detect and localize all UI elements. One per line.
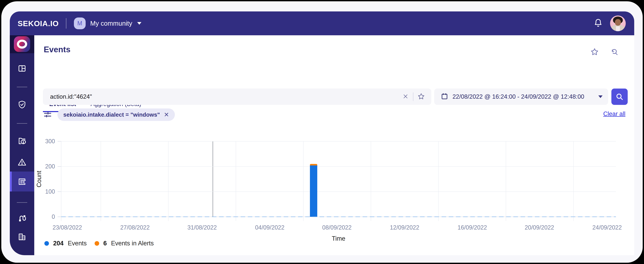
legend-dot-events [44, 241, 49, 246]
legend-value-alerts: 6 [104, 240, 107, 247]
brand-logo: SEKOIA.IO [18, 19, 59, 28]
search-button[interactable] [612, 89, 628, 105]
sidebar-divider [17, 123, 27, 124]
chevron-down-icon[interactable] [137, 22, 142, 25]
svg-text:31/08/2022: 31/08/2022 [188, 224, 217, 231]
folder-alert-icon[interactable] [18, 137, 26, 145]
filter-chip[interactable]: sekoiaio.intake.dialect = "windows" ✕ [58, 108, 175, 121]
search-input[interactable] [43, 93, 402, 100]
sidebar [10, 35, 34, 255]
search-history-icon[interactable] [610, 48, 618, 56]
screen: SEKOIA.IO M My community [0, 0, 644, 264]
page-title: Events [44, 45, 70, 54]
star-icon[interactable] [590, 48, 599, 56]
svg-text:08/09/2022: 08/09/2022 [322, 224, 352, 231]
svg-text:200: 200 [45, 163, 55, 170]
svg-text:04/09/2022: 04/09/2022 [255, 224, 284, 231]
sidebar-logo-section [10, 35, 34, 53]
legend-label-events: Events [68, 240, 86, 247]
topbar-divider [66, 18, 66, 29]
svg-text:Time: Time [332, 235, 345, 242]
community-switcher[interactable]: My community [90, 20, 132, 27]
svg-text:Count: Count [36, 171, 42, 187]
tune-icon[interactable] [44, 110, 52, 119]
app-window: SEKOIA.IO M My community [1, 1, 643, 263]
svg-text:16/09/2022: 16/09/2022 [458, 224, 487, 231]
close-icon[interactable]: ✕ [164, 111, 169, 118]
svg-text:27/08/2022: 27/08/2022 [120, 224, 150, 231]
svg-text:100: 100 [45, 188, 55, 195]
favorite-icon[interactable] [418, 93, 425, 101]
intake-connector-icon[interactable] [18, 214, 26, 223]
user-avatar[interactable] [610, 16, 626, 31]
svg-text:12/09/2022: 12/09/2022 [390, 224, 419, 231]
topbar: SEKOIA.IO M My community [10, 12, 634, 35]
bell-icon[interactable] [594, 19, 602, 28]
svg-text:24/09/2022: 24/09/2022 [592, 224, 622, 231]
clear-all-link[interactable]: Clear all [603, 110, 626, 117]
input-divider [413, 92, 413, 101]
legend-dot-alerts [94, 241, 99, 246]
svg-text:0: 0 [52, 213, 55, 220]
filter-chip-label: sekoiaio.intake.dialect = "windows" [63, 111, 160, 118]
alert-triangle-icon[interactable] [18, 158, 26, 167]
caret-down-icon [598, 95, 602, 98]
sidebar-divider [17, 87, 27, 87]
search-bar [43, 89, 431, 105]
events-histogram: 010020030023/08/202227/08/202231/08/2022… [34, 134, 634, 242]
svg-text:300: 300 [45, 138, 55, 145]
main-content: Events Event list Aggregation (Beta) [34, 35, 634, 255]
app-logo[interactable] [14, 36, 30, 52]
date-range-picker[interactable]: 22/08/2022 @ 16:24:00 - 24/09/2022 @ 12:… [434, 89, 608, 105]
legend-value-events: 204 [53, 240, 64, 247]
organization-icon[interactable] [18, 232, 26, 241]
legend-label-alerts: Events in Alerts [111, 240, 154, 247]
dashboard-icon[interactable] [18, 64, 26, 73]
clear-icon[interactable] [402, 93, 409, 100]
calendar-icon [441, 93, 448, 101]
chart-legend: 204 Events 6 Events in Alerts [44, 240, 158, 247]
date-range-value: 22/08/2022 @ 16:24:00 - 24/09/2022 @ 12:… [452, 93, 584, 100]
sidebar-divider [17, 202, 27, 203]
svg-text:20/09/2022: 20/09/2022 [525, 224, 554, 231]
community-avatar[interactable]: M [74, 18, 86, 29]
shield-check-icon[interactable] [18, 100, 26, 109]
event-list-icon[interactable] [18, 177, 26, 186]
svg-text:23/08/2022: 23/08/2022 [52, 224, 82, 231]
